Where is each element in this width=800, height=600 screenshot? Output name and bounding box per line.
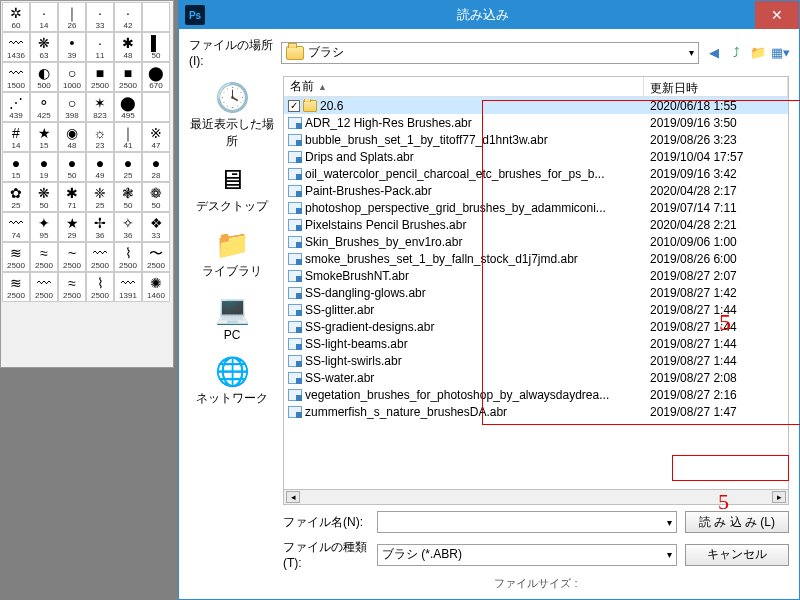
file-row[interactable]: ✓20.62020/06/18 1:55 [284,97,788,114]
brush-swatch[interactable]: ◐500 [30,62,58,92]
places-item[interactable]: 💻PC [212,292,252,342]
brush-swatch[interactable]: ✧36 [114,212,142,242]
brush-swatch[interactable]: ■2500 [114,62,142,92]
brush-swatch[interactable]: ⬤670 [142,62,170,92]
file-row[interactable]: Pixelstains Pencil Brushes.abr2020/04/28… [284,216,788,233]
brush-swatch[interactable]: ⌇2500 [86,272,114,302]
brush-swatch[interactable]: ●50 [58,152,86,182]
file-row[interactable]: Drips and Splats.abr2019/10/04 17:57 [284,148,788,165]
brush-swatch[interactable]: ✦95 [30,212,58,242]
file-row[interactable]: smoke_brushes_set_1_by_falln_stock_d1j7j… [284,250,788,267]
brush-swatch[interactable]: ✱48 [114,32,142,62]
cancel-button[interactable]: キャンセル [685,544,789,566]
brush-swatch[interactable]: ⌇2500 [114,242,142,272]
file-row[interactable]: SmokeBrushNT.abr2019/08/27 2:07 [284,267,788,284]
places-item[interactable]: 🖥デスクトップ [196,162,268,215]
file-row[interactable]: SS-glitter.abr2019/08/27 1:44 [284,301,788,318]
brush-swatch[interactable]: ·14 [30,2,58,32]
brush-swatch[interactable]: ★15 [30,122,58,152]
brush-swatch[interactable]: ·33 [86,2,114,32]
brush-swatch[interactable]: ☼23 [86,122,114,152]
brush-swatch[interactable]: ≋2500 [2,272,30,302]
file-row[interactable]: oil_watercolor_pencil_charcoal_etc_brush… [284,165,788,182]
brush-swatch[interactable]: 〰1391 [114,272,142,302]
brush-swatch[interactable] [142,92,170,122]
brush-swatch[interactable]: ≈2500 [30,242,58,272]
filetype-select[interactable]: ブラシ (*.ABR) ▾ [377,544,677,566]
view-icon[interactable]: ▦▾ [771,44,789,62]
places-item[interactable]: 📁ライブラリ [202,227,262,280]
brush-swatch[interactable]: ❈25 [86,182,114,212]
brush-swatch[interactable]: #14 [2,122,30,152]
places-item[interactable]: 🕓最近表示した場所 [189,80,275,150]
brush-swatch[interactable]: ｜26 [58,2,86,32]
brush-swatch[interactable]: 〰2500 [30,272,58,302]
brush-swatch[interactable]: ·11 [86,32,114,62]
brush-swatch[interactable]: ❋63 [30,32,58,62]
brush-swatch[interactable]: ⚬425 [30,92,58,122]
brush-swatch[interactable]: 〰1436 [2,32,30,62]
brush-swatch[interactable]: ❖33 [142,212,170,242]
location-select[interactable]: ブラシ ▾ [281,42,699,64]
brush-swatch[interactable]: ✢36 [86,212,114,242]
file-row[interactable]: SS-light-swirls.abr2019/08/27 1:44 [284,352,788,369]
brush-swatch[interactable]: 〜2500 [142,242,170,272]
load-button[interactable]: 読 み 込 み (L) [685,511,789,533]
close-button[interactable]: ✕ [755,1,799,29]
back-icon[interactable]: ◀ [705,44,723,62]
new-folder-icon[interactable]: 📁 [749,44,767,62]
brush-swatch[interactable]: ◉48 [58,122,86,152]
brush-swatch[interactable]: ✿25 [2,182,30,212]
brush-swatch[interactable]: ~2500 [58,242,86,272]
brush-swatch[interactable]: ○398 [58,92,86,122]
checkbox[interactable]: ✓ [288,100,300,112]
brush-swatch[interactable]: ⬤495 [114,92,142,122]
file-row[interactable]: SS-light-beams.abr2019/08/27 1:44 [284,335,788,352]
file-row[interactable]: SS-gradient-designs.abr2019/08/27 1:44 [284,318,788,335]
brush-swatch[interactable]: ▌50 [142,32,170,62]
brush-swatch[interactable]: 〰2500 [86,242,114,272]
file-row[interactable]: SS-water.abr2019/08/27 2:08 [284,369,788,386]
file-row[interactable]: Skin_Brushes_by_env1ro.abr2010/09/06 1:0… [284,233,788,250]
brush-swatch[interactable]: •39 [58,32,86,62]
brush-swatch[interactable]: ❃50 [114,182,142,212]
up-icon[interactable]: ⤴ [727,44,745,62]
brush-swatch[interactable]: ✱71 [58,182,86,212]
brush-swatch[interactable]: ●25 [114,152,142,182]
brush-swatch[interactable]: ✺1460 [142,272,170,302]
brush-swatch[interactable]: ❁50 [142,182,170,212]
brush-swatch[interactable]: ❋50 [30,182,58,212]
brush-swatch[interactable]: ⋰439 [2,92,30,122]
brush-swatch[interactable]: ✲60 [2,2,30,32]
scroll-right-icon[interactable]: ▸ [772,491,786,503]
brush-swatch[interactable]: ●15 [2,152,30,182]
brush-swatch[interactable]: ✶823 [86,92,114,122]
brush-swatch[interactable]: ※47 [142,122,170,152]
file-row[interactable]: zummerfish_s_nature_brushesDA.abr2019/08… [284,403,788,420]
file-row[interactable]: SS-dangling-glows.abr2019/08/27 1:42 [284,284,788,301]
file-row[interactable]: ADR_12 High-Res Brushes.abr2019/09/16 3:… [284,114,788,131]
brush-swatch[interactable]: ≈2500 [58,272,86,302]
filename-input[interactable]: ▾ [377,511,677,533]
column-header-date[interactable]: 更新日時 [644,77,788,96]
brush-swatch[interactable]: ≋2500 [2,242,30,272]
brush-swatch[interactable]: ●28 [142,152,170,182]
brush-swatch[interactable]: ●19 [30,152,58,182]
brush-swatch[interactable] [142,2,170,32]
file-row[interactable]: bubble_brush_set_1_by_titoff77_d1hnt3w.a… [284,131,788,148]
places-item[interactable]: 🌐ネットワーク [196,354,268,407]
brush-swatch[interactable]: ★29 [58,212,86,242]
file-row[interactable]: Paint-Brushes-Pack.abr2020/04/28 2:17 [284,182,788,199]
brush-swatch[interactable]: ｜41 [114,122,142,152]
brush-swatch[interactable]: 〰1500 [2,62,30,92]
brush-swatch[interactable]: ■2500 [86,62,114,92]
horizontal-scrollbar[interactable]: ◂ ▸ [283,489,789,505]
column-header-name[interactable]: 名前 ▲ [284,77,644,96]
file-row[interactable]: photoshop_perspective_grid_brushes_by_ad… [284,199,788,216]
brush-swatch[interactable]: ·42 [114,2,142,32]
brush-swatch[interactable]: 〰74 [2,212,30,242]
file-row[interactable]: vegetation_brushes_for_photoshop_by_alwa… [284,386,788,403]
brush-swatch[interactable]: ●49 [86,152,114,182]
brush-swatch[interactable]: ○1000 [58,62,86,92]
scroll-left-icon[interactable]: ◂ [286,491,300,503]
